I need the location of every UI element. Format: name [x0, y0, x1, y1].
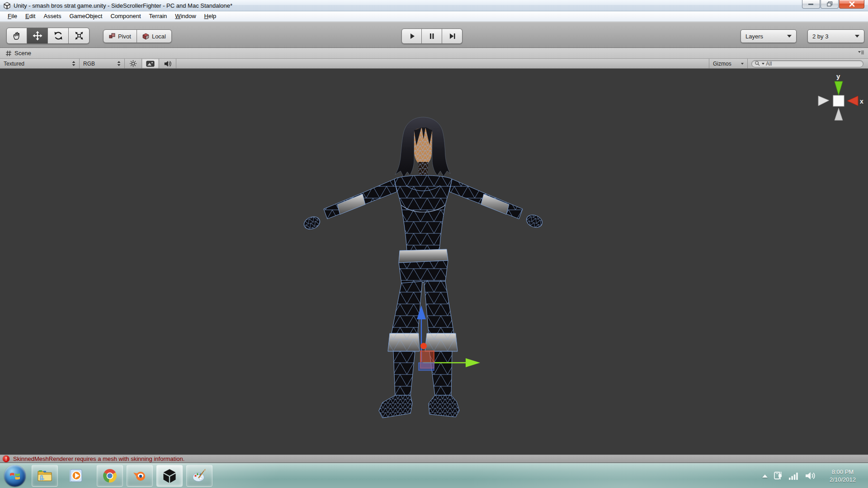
hand-icon: [12, 31, 22, 41]
updown-arrows-icon: [117, 61, 121, 66]
power-plug-icon[interactable]: [773, 470, 783, 482]
paint-icon: [192, 469, 207, 483]
axis-x-label: x: [860, 98, 863, 105]
control-bar-spacer: [176, 59, 709, 68]
chrome-icon: [103, 469, 117, 483]
pivot-mode-button[interactable]: Pivot: [103, 29, 137, 43]
image-icon: [146, 61, 155, 67]
axis-center-cube[interactable]: [833, 95, 844, 106]
search-filter-caret-icon: [762, 63, 764, 65]
menu-window[interactable]: Window: [171, 11, 200, 21]
move-tool-button[interactable]: [27, 28, 48, 44]
menu-edit[interactable]: Edit: [21, 11, 39, 21]
gizmos-label: Gizmos: [713, 61, 731, 67]
blender-icon: [132, 469, 147, 483]
windows-media-player-icon: [69, 468, 84, 483]
menu-help[interactable]: Help: [200, 11, 221, 21]
menu-gameobject[interactable]: GameObject: [65, 11, 106, 21]
status-bar[interactable]: ! SkinnedMeshRenderer requires a mesh wi…: [0, 455, 868, 463]
taskbar-explorer-button[interactable]: [32, 465, 58, 487]
axis-neg-x-cone[interactable]: [818, 96, 829, 106]
pause-button[interactable]: [422, 28, 442, 44]
unity-icon: [162, 469, 177, 483]
scale-icon: [74, 31, 84, 41]
taskbar-paint-button[interactable]: [186, 465, 212, 487]
axis-y-label: y: [836, 72, 840, 80]
clock-time: 8:00 PM: [822, 468, 863, 476]
scene-search-field[interactable]: [751, 60, 863, 67]
search-icon: [755, 61, 760, 66]
gizmo-center-dot[interactable]: [420, 343, 427, 349]
menu-terrain[interactable]: Terrain: [145, 11, 171, 21]
error-icon: !: [3, 455, 9, 462]
taskbar-clock[interactable]: 8:00 PM 2/10/2012: [822, 468, 863, 483]
layout-dropdown[interactable]: 2 by 3: [807, 29, 864, 43]
unity-toolbar: Pivot Local Layers 2 by 3: [0, 22, 868, 48]
local-mode-button[interactable]: Local: [137, 29, 172, 43]
windows-flag-icon: [9, 470, 21, 482]
color-mode-dropdown[interactable]: RGB: [80, 59, 125, 68]
updown-arrows-icon: [72, 61, 75, 66]
audio-toggle[interactable]: [159, 59, 176, 68]
gizmos-dropdown[interactable]: Gizmos: [709, 59, 748, 68]
restore-button[interactable]: [821, 0, 839, 9]
color-mode-label: RGB: [83, 61, 95, 67]
hand-tool-button[interactable]: [6, 28, 27, 44]
unity-logo-icon: [3, 2, 11, 11]
close-button[interactable]: [839, 0, 864, 9]
start-button[interactable]: [4, 465, 26, 487]
pause-icon: [427, 31, 437, 41]
hidden-icons-arrow-icon[interactable]: [762, 474, 768, 478]
taskbar-unity-button[interactable]: [156, 465, 183, 487]
windows-taskbar: 8:00 PM 2/10/2012: [0, 463, 868, 488]
axis-neg-y-cone[interactable]: [835, 108, 843, 120]
rotate-icon: [53, 31, 63, 41]
axis-orientation-gizmo[interactable]: y x: [812, 71, 866, 124]
system-tray: 8:00 PM 2/10/2012: [762, 463, 868, 488]
error-message: SkinnedMeshRenderer requires a mesh with…: [13, 455, 184, 462]
title-bar[interactable]: Unity - smash bros strat game.unity - Si…: [0, 0, 868, 11]
volume-speaker-icon[interactable]: [805, 471, 816, 481]
tab-scene[interactable]: Scene: [0, 48, 36, 59]
local-cube-icon: [142, 33, 149, 40]
chevron-down-icon: [855, 35, 859, 38]
lighting-toggle[interactable]: [125, 59, 142, 68]
tab-options-icon[interactable]: [857, 50, 864, 58]
minimize-button[interactable]: [802, 0, 820, 9]
layers-dropdown[interactable]: Layers: [741, 29, 797, 43]
taskbar-media-player-button[interactable]: [63, 465, 90, 487]
step-icon: [447, 31, 457, 41]
play-icon: [407, 31, 417, 41]
play-button[interactable]: [401, 28, 422, 44]
scene-tab-bar: Scene: [0, 48, 868, 59]
taskbar-blender-button[interactable]: [127, 465, 153, 487]
draw-mode-dropdown[interactable]: Textured: [0, 59, 80, 68]
draw-mode-label: Textured: [4, 61, 24, 67]
layout-label: 2 by 3: [812, 33, 828, 40]
scene-tab-label: Scene: [14, 50, 31, 57]
sun-icon: [129, 60, 137, 67]
grid-icon: [5, 50, 12, 57]
rotate-tool-button[interactable]: [48, 28, 69, 44]
scene-viewport[interactable]: y x: [0, 69, 868, 455]
step-button[interactable]: [442, 28, 462, 44]
menu-component[interactable]: Component: [106, 11, 145, 21]
render-effects-toggle[interactable]: [142, 59, 159, 68]
speaker-icon: [163, 60, 172, 68]
menu-file[interactable]: File: [4, 11, 21, 21]
gizmo-x-arrow[interactable]: [466, 358, 480, 367]
pivot-label: Pivot: [118, 33, 131, 40]
windows-explorer-icon: [37, 469, 52, 482]
search-input[interactable]: [766, 61, 856, 67]
search-area: [748, 59, 868, 68]
axis-x-cone[interactable]: [847, 96, 858, 106]
character-model: [0, 69, 868, 455]
axis-y-cone[interactable]: [835, 81, 843, 95]
taskbar-chrome-button[interactable]: [97, 465, 123, 487]
chevron-down-icon: [741, 63, 744, 65]
move-icon: [33, 31, 42, 41]
menu-assets[interactable]: Assets: [39, 11, 65, 21]
scene-control-bar: Textured RGB Gizmos: [0, 59, 868, 69]
network-signal-icon[interactable]: [788, 471, 799, 480]
scale-tool-button[interactable]: [69, 28, 90, 44]
